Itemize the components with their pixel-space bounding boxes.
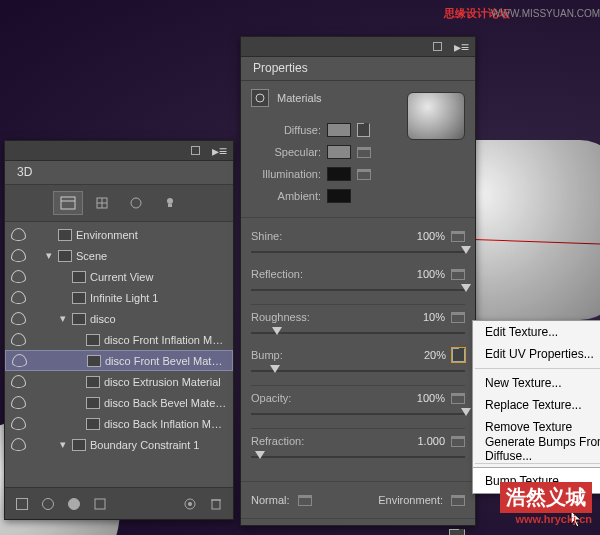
bump-texture-icon[interactable] (452, 348, 465, 362)
toolbar-icon-3[interactable] (63, 494, 85, 514)
illumination-swatch[interactable] (327, 167, 351, 181)
opacity-slider[interactable] (251, 408, 465, 420)
tree-item-label: Current View (90, 271, 227, 283)
specular-swatch[interactable] (327, 145, 351, 159)
visibility-icon[interactable] (11, 375, 26, 388)
tree-row-5[interactable]: disco Front Inflation Mat... (5, 329, 233, 350)
tree-item-label: disco Back Inflation Mate... (104, 418, 227, 430)
panel-3d: ▸≡ 3D Environment ▾ Scene Current View I… (4, 140, 234, 520)
specular-texture-icon[interactable] (357, 147, 371, 158)
panel-menu-icon[interactable]: ▸≡ (212, 143, 227, 159)
tree-row-6[interactable]: disco Front Bevel Material (5, 350, 233, 371)
environment-texture-icon[interactable] (451, 495, 465, 506)
filter-lights-button[interactable] (155, 191, 185, 215)
collapse-icon[interactable] (433, 42, 442, 51)
refraction-value[interactable]: 1.000 (403, 435, 445, 447)
svg-point-5 (131, 198, 141, 208)
panel-3d-header[interactable]: ▸≡ (5, 141, 233, 161)
ctx-item-4[interactable]: Replace Texture... (473, 394, 600, 416)
svg-point-13 (256, 94, 264, 102)
reflection-slider[interactable] (251, 284, 465, 296)
visibility-icon[interactable] (11, 228, 26, 241)
tree-row-4[interactable]: ▾ disco (5, 308, 233, 329)
filter-meshes-button[interactable] (87, 191, 117, 215)
panel-3d-title: 3D (5, 161, 233, 185)
ambient-label: Ambient: (251, 190, 321, 202)
ctx-item-3[interactable]: New Texture... (473, 372, 600, 394)
bump-label: Bump: (251, 349, 283, 361)
tree-row-9[interactable]: disco Back Inflation Mate... (5, 413, 233, 434)
svg-rect-7 (168, 204, 172, 207)
ctx-item-1[interactable]: Edit UV Properties... (473, 343, 600, 365)
bump-value[interactable]: 20% (404, 349, 446, 361)
slider-refraction: Refraction: 1.000 (251, 433, 465, 463)
reflection-texture-icon[interactable] (451, 269, 465, 280)
disclosure-icon[interactable]: ▾ (58, 438, 68, 451)
refraction-texture-icon[interactable] (451, 436, 465, 447)
shine-texture-icon[interactable] (451, 231, 465, 242)
visibility-icon[interactable] (11, 270, 26, 283)
delete-button[interactable] (205, 494, 227, 514)
refraction-slider[interactable] (251, 451, 465, 463)
opacity-texture-icon[interactable] (451, 393, 465, 404)
reflection-value[interactable]: 100% (403, 268, 445, 280)
tree-row-10[interactable]: ▾ Boundary Constraint 1 (5, 434, 233, 455)
panel-menu-icon[interactable]: ▸≡ (454, 39, 469, 55)
options-icon[interactable] (449, 529, 465, 535)
visibility-icon[interactable] (11, 438, 26, 451)
visibility-icon[interactable] (11, 312, 26, 325)
ctx-item-6[interactable]: Generate Bumps From Diffuse... (473, 438, 600, 460)
visibility-icon[interactable] (11, 249, 26, 262)
environment-label: Environment: (378, 494, 443, 506)
visibility-icon[interactable] (11, 417, 26, 430)
slider-bump: Bump: 20% (251, 347, 465, 377)
disclosure-icon[interactable]: ▾ (44, 249, 54, 262)
tree-row-1[interactable]: ▾ Scene (5, 245, 233, 266)
collapse-icon[interactable] (191, 146, 200, 155)
diffuse-swatch[interactable] (327, 123, 351, 137)
roughness-slider[interactable] (251, 327, 465, 339)
disclosure-icon[interactable]: ▾ (58, 312, 68, 325)
ambient-swatch[interactable] (327, 189, 351, 203)
slider-shine: Shine: 100% (251, 228, 465, 258)
tree-item-label: Infinite Light 1 (90, 292, 227, 304)
visibility-icon[interactable] (11, 396, 26, 409)
tree-row-0[interactable]: Environment (5, 224, 233, 245)
tree-row-2[interactable]: Current View (5, 266, 233, 287)
normal-label: Normal: (251, 494, 290, 506)
svg-point-6 (167, 198, 173, 204)
scene-tree[interactable]: Environment ▾ Scene Current View Infinit… (5, 222, 233, 457)
mat-icon (87, 355, 101, 367)
ctx-item-0[interactable]: Edit Texture... (473, 321, 600, 343)
opacity-value[interactable]: 100% (403, 392, 445, 404)
tree-row-3[interactable]: Infinite Light 1 (5, 287, 233, 308)
tree-row-7[interactable]: disco Extrusion Material (5, 371, 233, 392)
diffuse-texture-icon[interactable] (357, 123, 370, 137)
materials-label: Materials (277, 92, 322, 104)
visibility-icon[interactable] (11, 291, 26, 304)
shine-value[interactable]: 100% (403, 230, 445, 242)
visibility-icon[interactable] (12, 354, 27, 367)
mesh-icon (72, 313, 86, 325)
normal-texture-icon[interactable] (298, 495, 312, 506)
filter-scene-button[interactable] (53, 191, 83, 215)
render-button[interactable] (179, 494, 201, 514)
shine-slider[interactable] (251, 246, 465, 258)
illumination-texture-icon[interactable] (357, 169, 371, 180)
toolbar-icon-4[interactable] (89, 494, 111, 514)
roughness-value[interactable]: 10% (403, 311, 445, 323)
specular-label: Specular: (251, 146, 321, 158)
tree-item-label: Boundary Constraint 1 (90, 439, 227, 451)
slider-opacity: Opacity: 100% (251, 390, 465, 420)
roughness-texture-icon[interactable] (451, 312, 465, 323)
filter-materials-button[interactable] (121, 191, 151, 215)
bump-slider[interactable] (251, 365, 465, 377)
slider-reflection: Reflection: 100% (251, 266, 465, 296)
toolbar-icon-1[interactable] (11, 494, 33, 514)
tree-row-8[interactable]: disco Back Bevel Material (5, 392, 233, 413)
panel-props-header[interactable]: ▸≡ (241, 37, 475, 57)
bump-context-menu: Edit Texture...Edit UV Properties...New … (472, 320, 600, 494)
toolbar-icon-2[interactable] (37, 494, 59, 514)
material-preview[interactable] (407, 92, 465, 140)
visibility-icon[interactable] (11, 333, 26, 346)
